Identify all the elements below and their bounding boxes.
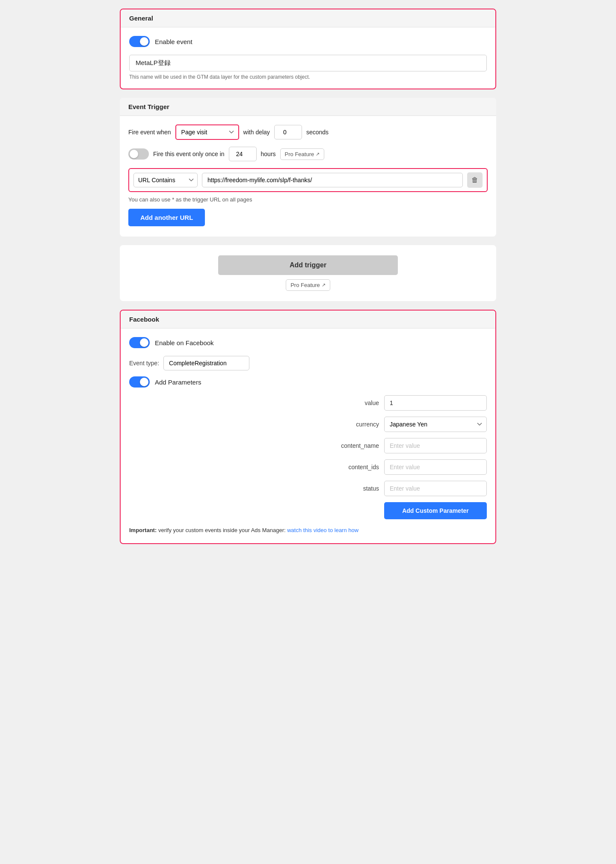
event-trigger-body: Fire event when Page visit DOM Ready Win… [120,116,496,237]
params-form: value currency Japanese Yen USD EUR GBP … [129,395,487,519]
seconds-label: seconds [306,129,329,136]
event-trigger-header: Event Trigger [120,98,496,116]
event-name-input[interactable] [129,55,487,71]
fire-once-label: Fire this event only once in [153,151,225,157]
content-name-param-row: content_name [129,438,487,453]
facebook-title: Facebook [129,316,159,323]
currency-param-select[interactable]: Japanese Yen USD EUR GBP AUD CAD [384,417,487,432]
enable-facebook-label: Enable on Facebook [155,339,214,346]
facebook-body: Enable on Facebook Event type: Add Param… [121,328,495,543]
content-ids-param-row: content_ids [129,459,487,475]
add-custom-param-row: Add Custom Parameter [129,502,487,519]
add-params-toggle[interactable] [129,376,150,388]
fire-once-pro-badge[interactable]: Pro Feature ↗ [280,148,325,160]
content-name-param-label: content_name [328,442,379,449]
general-title: General [129,15,153,22]
add-params-label: Add Parameters [155,379,201,386]
event-type-input[interactable] [163,356,249,370]
general-section: General Enable event This name will be u… [120,9,496,89]
add-trigger-pro-badge[interactable]: Pro Feature ↗ [286,279,330,291]
hours-label: hours [261,151,276,157]
name-hint: This name will be used in the GTM data l… [129,74,487,80]
general-header: General [121,9,495,27]
general-body: Enable event This name will be used in t… [121,27,495,89]
add-custom-param-button[interactable]: Add Custom Parameter [384,502,487,519]
fire-once-hours-input[interactable] [229,147,257,161]
event-type-row: Event type: [129,356,487,370]
trash-icon: 🗑 [471,176,478,184]
url-condition-row: URL Contains URL Equals URL Starts With … [128,168,488,192]
delete-url-button[interactable]: 🗑 [467,172,483,188]
currency-param-row: currency Japanese Yen USD EUR GBP AUD CA… [129,417,487,432]
fire-once-row: Fire this event only once in hours Pro F… [128,147,488,161]
add-trigger-section: Add trigger Pro Feature ↗ [120,245,496,301]
delay-label: with delay [243,129,270,136]
enable-event-label: Enable event [155,38,192,45]
important-note: Important: verify your custom events ins… [129,526,487,535]
currency-param-label: currency [328,421,379,428]
add-url-button[interactable]: Add another URL [128,209,205,226]
facebook-section: Facebook Enable on Facebook Event type: … [120,310,496,544]
wildcard-hint: You can also use * as the trigger URL on… [128,196,488,203]
important-text: verify your custom events inside your Ad… [158,527,287,533]
add-trigger-button[interactable]: Add trigger [218,255,398,275]
event-trigger-title: Event Trigger [128,103,169,110]
fire-event-row: Fire event when Page visit DOM Ready Win… [128,124,488,140]
important-prefix: Important: [129,527,157,533]
enable-facebook-row: Enable on Facebook [129,337,487,348]
status-param-label: status [328,485,379,492]
fire-when-select[interactable]: Page visit DOM Ready Window Loaded Click… [175,124,239,140]
add-trigger-external-icon: ↗ [322,282,326,288]
event-trigger-section: Event Trigger Fire event when Page visit… [120,98,496,237]
url-value-input[interactable] [202,173,463,187]
value-param-row: value [129,395,487,411]
status-param-row: status [129,481,487,496]
status-param-input[interactable] [384,481,487,496]
content-name-param-input[interactable] [384,438,487,453]
pro-feature-label: Pro Feature [285,151,314,157]
url-type-select[interactable]: URL Contains URL Equals URL Starts With … [133,173,198,187]
facebook-header: Facebook [121,311,495,328]
enable-event-toggle[interactable] [129,36,150,47]
add-params-row: Add Parameters [129,376,487,388]
value-param-label: value [328,399,379,406]
event-type-label: Event type: [129,360,159,367]
fire-once-toggle[interactable] [128,148,149,160]
value-param-input[interactable] [384,395,487,411]
important-link[interactable]: watch this video to learn how [287,527,358,533]
add-trigger-pro-label: Pro Feature [290,282,320,288]
content-ids-param-input[interactable] [384,459,487,475]
external-link-icon: ↗ [316,151,320,157]
enable-facebook-toggle[interactable] [129,337,150,348]
content-ids-param-label: content_ids [328,464,379,470]
delay-input[interactable] [274,125,302,139]
enable-event-row: Enable event [129,36,487,47]
fire-prefix-label: Fire event when [128,129,171,136]
